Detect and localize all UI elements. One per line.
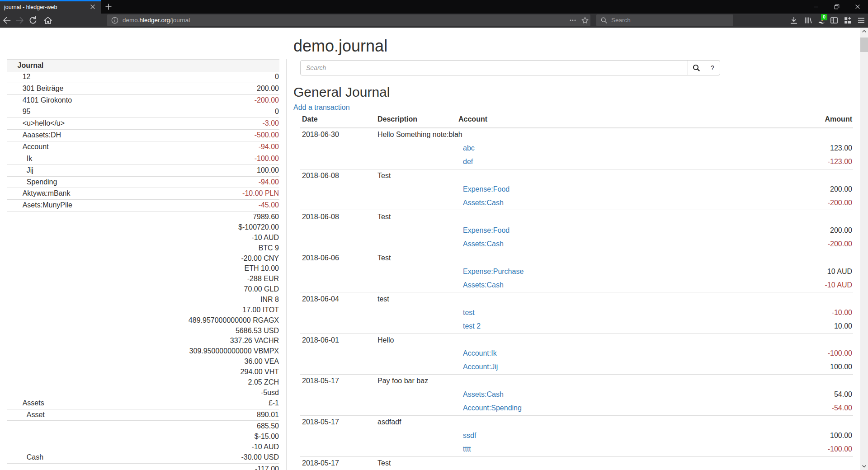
sidebar-account-link[interactable]: 4101 Girokonto	[23, 96, 72, 104]
posting-date-spacer	[300, 320, 375, 333]
sidebar-account-link[interactable]: Assets	[23, 399, 44, 407]
browser-search-field[interactable]: Search	[596, 14, 733, 26]
library-icon[interactable]	[803, 16, 812, 25]
column-header-description: Description	[375, 113, 456, 128]
sidebar-account-row: Aktywa:mBank-10.00 PLN	[7, 188, 279, 200]
transaction-description: Hello	[375, 333, 456, 347]
posting-account-link[interactable]: tttt	[463, 445, 471, 453]
sidebar-account-link[interactable]: Asset	[27, 411, 45, 418]
window-minimize-button[interactable]	[809, 0, 823, 14]
sidebar-account-link[interactable]: Spending	[27, 178, 57, 186]
search-help-button[interactable]: ?	[705, 60, 720, 75]
posting-date-spacer	[300, 306, 375, 320]
transaction-description: asdfadf	[375, 415, 456, 429]
sidebar-account-link[interactable]: Jij	[27, 166, 33, 174]
window-close-button[interactable]	[850, 0, 865, 14]
transaction-description: Pay foo bar baz	[375, 374, 456, 388]
forward-icon[interactable]	[14, 15, 25, 26]
column-header-account: Account	[456, 113, 655, 128]
tab-active[interactable]: journal - hledger-web	[0, 0, 101, 14]
extensions-grid-icon[interactable]	[843, 16, 852, 25]
downloads-icon[interactable]	[789, 16, 798, 25]
transaction-row[interactable]: 2018-05-17asdfadf	[300, 415, 853, 429]
sidebar-account-link[interactable]: Asets:MunyPile	[23, 201, 72, 209]
posting-account-link[interactable]: Expense:Food	[463, 226, 509, 234]
sidebar-balance-amount: 337.26 VACHR	[230, 337, 279, 344]
sidebar-account-link[interactable]: 301 Beiträge	[23, 85, 64, 92]
transaction-row[interactable]: 2018-05-17Pay foo bar baz	[300, 374, 853, 388]
sidebar-balance-amount: 294.00 VHT	[241, 368, 279, 376]
posting-amount: -200.00	[828, 240, 852, 248]
posting-description-spacer	[375, 142, 456, 155]
back-icon[interactable]	[1, 15, 12, 26]
posting-account-link[interactable]: Assets:Cash	[463, 390, 504, 398]
sidebar-balance-amount: 2.05 ZCH	[248, 378, 279, 386]
sidebar-toggle-icon[interactable]	[830, 16, 839, 25]
posting-description-spacer	[375, 388, 456, 402]
posting-account-link[interactable]: def	[463, 158, 473, 165]
journal-search-button[interactable]	[688, 60, 705, 75]
posting-account-link[interactable]: test 2	[463, 322, 481, 330]
new-tab-button[interactable]	[104, 2, 113, 12]
transaction-row[interactable]: 2018-06-04test	[300, 292, 853, 306]
sidebar-account-link[interactable]: Aktywa:mBank	[23, 189, 71, 197]
sidebar-account-link[interactable]: Cash	[27, 453, 43, 461]
transaction-row[interactable]: 2018-06-08Test	[300, 210, 853, 224]
posting-account-link[interactable]: Expense:Purchase	[463, 268, 524, 275]
sidebar-account-link[interactable]: Ik	[27, 155, 32, 162]
transaction-row[interactable]: 2018-06-30Hello Something note:blah	[300, 128, 853, 142]
posting-account-link[interactable]: Expense:Food	[463, 185, 509, 193]
sidebar-account-row: Assets7989.60$-100720.00-10 AUDBTC 9-20.…	[7, 212, 279, 409]
sidebar-balance-amount: 5686.53 USD	[236, 327, 279, 334]
posting-account-link[interactable]: Assets:Cash	[463, 281, 504, 289]
posting-amount: -200.00	[828, 199, 852, 207]
window-restore-button[interactable]	[830, 0, 844, 14]
transaction-account-spacer	[456, 292, 655, 306]
sidebar-journal-link[interactable]: Journal	[18, 61, 44, 69]
info-icon[interactable]	[111, 17, 118, 24]
posting-row: abc123.00	[300, 142, 853, 155]
home-icon[interactable]	[42, 15, 53, 26]
sidebar-account-link[interactable]: Aaasets:DH	[23, 131, 61, 139]
bookmark-star-icon[interactable]	[581, 16, 589, 24]
posting-account-link[interactable]: abc	[463, 144, 475, 152]
posting-account-cell: Expense:Purchase	[456, 265, 655, 278]
sidebar-account-cell: Cash	[7, 421, 143, 463]
transaction-account-spacer	[456, 169, 655, 183]
scrollbar-up-icon[interactable]	[860, 28, 868, 35]
transaction-description: Hello Something note:blah	[375, 128, 456, 142]
transaction-description: test	[375, 292, 456, 306]
page-scrollbar[interactable]	[860, 28, 868, 470]
reload-icon[interactable]	[28, 15, 38, 26]
posting-account-link[interactable]: ssdf	[463, 432, 476, 439]
sidebar-balance-amount: 309.950000000000 VBMPX	[189, 347, 279, 355]
scrollbar-thumb[interactable]	[860, 38, 868, 52]
posting-account-cell: Expense:Food	[456, 224, 655, 237]
transaction-row[interactable]: 2018-06-06Test	[300, 251, 853, 265]
menu-icon[interactable]	[857, 16, 866, 25]
posting-amount: 100.00	[830, 432, 852, 439]
sidebar-account-link[interactable]: 12	[23, 73, 31, 80]
scrollbar-down-icon[interactable]	[860, 462, 868, 470]
url-bar[interactable]: demo.hledger.org/journal	[107, 14, 590, 26]
transaction-row[interactable]: 2018-05-17Test	[300, 456, 853, 470]
journal-search-input[interactable]	[300, 60, 688, 75]
posting-account-link[interactable]: test	[463, 309, 475, 316]
posting-account-link[interactable]: Account:Spending	[463, 404, 522, 412]
sidebar-balance-amount: 36.00 VEA	[245, 357, 279, 365]
sidebar-account-link[interactable]: 95	[23, 108, 31, 115]
sidebar-account-link[interactable]: <u>hello</u>	[23, 119, 65, 127]
add-transaction-link[interactable]: Add a transaction	[293, 103, 350, 113]
posting-account-link[interactable]: Assets:Cash	[463, 199, 504, 207]
page-actions-icon[interactable]	[569, 17, 576, 24]
posting-amount: -10 AUD	[825, 281, 852, 289]
transaction-row[interactable]: 2018-06-08Test	[300, 169, 853, 183]
tab-close-icon[interactable]	[89, 3, 96, 10]
posting-account-link[interactable]: Account:Jij	[463, 363, 498, 371]
transaction-row[interactable]: 2018-06-01Hello	[300, 333, 853, 347]
sidebar-account-link[interactable]: Account	[23, 143, 49, 150]
sidebar-balance-amount: -94.00	[259, 178, 279, 186]
url-text[interactable]: demo.hledger.org/journal	[123, 14, 190, 26]
posting-account-link[interactable]: Account:Ik	[463, 349, 497, 357]
posting-account-link[interactable]: Assets:Cash	[463, 240, 504, 248]
